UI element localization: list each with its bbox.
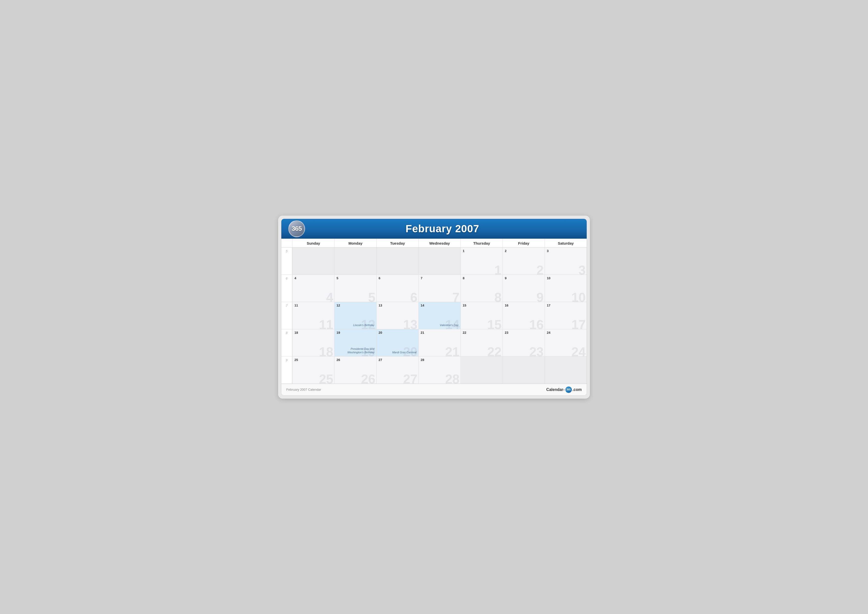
calendar-cell-2-1: 1212Lincoln's Birthday <box>334 302 377 329</box>
calendar-cell-2-3: 1414Valentine's Day <box>418 302 460 329</box>
page-wrapper: 365 February 2007 Sunday Monday Tuesday … <box>278 216 590 399</box>
calendar-cell-1-4: 88 <box>460 275 502 302</box>
day-header-sunday: Sunday <box>292 239 334 247</box>
calendar-header: 365 February 2007 <box>281 219 587 239</box>
calendar-cell-4-3: 2828 <box>418 356 460 384</box>
footer-brand-after: .com <box>573 387 582 392</box>
day-number-3: 3 <box>547 249 585 253</box>
event-label-20: Mardi Gras Carnival <box>392 351 417 354</box>
calendar-cell-3-0: 1818 <box>292 329 334 356</box>
day-headers-row: Sunday Monday Tuesday Wednesday Thursday… <box>281 239 587 247</box>
day-number-1: 1 <box>463 249 501 253</box>
calendar-cell-4-2: 2727 <box>377 356 418 384</box>
calendar-cell-2-6: 1717 <box>545 302 587 329</box>
calendar-cell-0-2 <box>377 247 418 275</box>
footer-right: Calendar- 365 .com <box>546 387 582 393</box>
calendar-cell-4-1: 2626 <box>334 356 377 384</box>
calendar-cell-4-0: 2525 <box>292 356 334 384</box>
calendar-cell-1-6: 1010 <box>545 275 587 302</box>
day-number-26: 26 <box>336 358 374 362</box>
day-ghost-25: 25 <box>319 373 333 385</box>
calendar-cell-3-2: 2020Mardi Gras Carnival <box>377 329 418 356</box>
day-number-24: 24 <box>547 331 585 334</box>
calendar-cell-1-2: 66 <box>377 275 418 302</box>
week-num-4: 9 <box>281 356 292 384</box>
calendar-cell-3-3: 2121 <box>418 329 460 356</box>
day-number-6: 6 <box>378 276 417 280</box>
calendar-cell-3-6: 2424 <box>545 329 587 356</box>
calendar-cell-3-4: 2222 <box>460 329 502 356</box>
calendar-cell-2-4: 1515 <box>460 302 502 329</box>
day-number-12: 12 <box>336 303 374 307</box>
week-num-header-empty <box>281 239 292 247</box>
calendar-cell-2-5: 1616 <box>502 302 545 329</box>
day-number-21: 21 <box>421 331 459 334</box>
calendar-title: February 2007 <box>305 223 580 235</box>
calendar-cell-1-3: 77 <box>418 275 460 302</box>
event-label-19: Presidents Day and Washington's Birthday <box>335 347 374 354</box>
day-number-18: 18 <box>294 331 332 334</box>
day-header-wednesday: Wednesday <box>418 239 460 247</box>
calendar-cell-2-0: 1111 <box>292 302 334 329</box>
footer-left-text: February 2007 Calendar <box>286 388 321 392</box>
day-number-28: 28 <box>421 358 459 362</box>
week-num-1: 6 <box>281 275 292 302</box>
calendar-cell-0-4: 11 <box>460 247 502 275</box>
calendar-cell-0-1 <box>334 247 377 275</box>
calendar-footer: February 2007 Calendar Calendar- 365 .co… <box>281 384 587 395</box>
day-number-10: 10 <box>547 276 585 280</box>
calendar-cell-0-3 <box>418 247 460 275</box>
day-number-20: 20 <box>378 331 417 334</box>
day-number-19: 19 <box>336 331 374 334</box>
logo-badge: 365 <box>288 220 305 237</box>
event-label-14: Valentine's Day <box>440 323 459 327</box>
calendar-cell-1-5: 99 <box>502 275 545 302</box>
day-header-thursday: Thursday <box>460 239 502 247</box>
day-number-23: 23 <box>505 331 542 334</box>
calendar-cell-0-6: 33 <box>545 247 587 275</box>
day-number-8: 8 <box>463 276 501 280</box>
calendar-grid: 511223364455667788991010711111212Lincoln… <box>281 247 587 384</box>
calendar-cell-0-5: 22 <box>502 247 545 275</box>
calendar-cell-2-2: 1313 <box>377 302 418 329</box>
calendar-cell-1-1: 55 <box>334 275 377 302</box>
footer-brand-before: Calendar- <box>546 387 565 392</box>
day-number-16: 16 <box>505 303 542 307</box>
calendar-cell-3-5: 2323 <box>502 329 545 356</box>
day-number-13: 13 <box>378 303 417 307</box>
day-number-11: 11 <box>294 303 332 307</box>
calendar-cell-3-1: 1919Presidents Day and Washington's Birt… <box>334 329 377 356</box>
day-number-27: 27 <box>378 358 417 362</box>
day-ghost-27: 27 <box>403 373 417 385</box>
day-ghost-26: 26 <box>361 373 375 385</box>
event-label-12: Lincoln's Birthday <box>353 323 374 327</box>
calendar-cell-4-6 <box>545 356 587 384</box>
day-number-22: 22 <box>463 331 501 334</box>
day-header-monday: Monday <box>334 239 377 247</box>
calendar-cell-0-0 <box>292 247 334 275</box>
day-number-4: 4 <box>294 276 332 280</box>
day-header-tuesday: Tuesday <box>377 239 418 247</box>
week-num-3: 8 <box>281 329 292 356</box>
day-number-25: 25 <box>294 358 332 362</box>
day-ghost-28: 28 <box>445 373 459 385</box>
day-number-15: 15 <box>463 303 501 307</box>
day-number-9: 9 <box>505 276 542 280</box>
calendar-cell-4-5 <box>502 356 545 384</box>
calendar-container: 365 February 2007 Sunday Monday Tuesday … <box>281 219 587 396</box>
day-number-14: 14 <box>421 303 459 307</box>
day-number-17: 17 <box>547 303 585 307</box>
week-num-2: 7 <box>281 302 292 329</box>
day-header-saturday: Saturday <box>545 239 587 247</box>
day-number-7: 7 <box>421 276 459 280</box>
week-num-0: 5 <box>281 247 292 275</box>
day-header-friday: Friday <box>502 239 545 247</box>
footer-365-badge: 365 <box>566 387 572 393</box>
day-number-2: 2 <box>505 249 542 253</box>
day-number-5: 5 <box>336 276 374 280</box>
calendar-cell-4-4 <box>460 356 502 384</box>
calendar-cell-1-0: 44 <box>292 275 334 302</box>
